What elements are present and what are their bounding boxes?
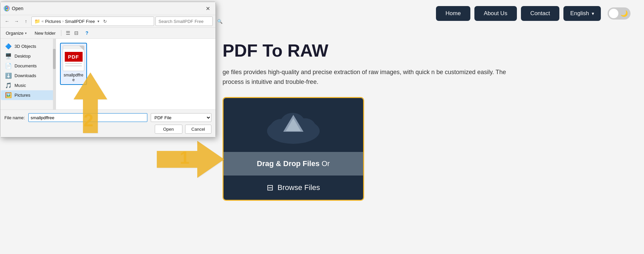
- nav-back-button[interactable]: ←: [3, 17, 11, 25]
- sidebar-item-documents[interactable]: 📄 Documents: [1, 61, 55, 71]
- drag-drop-text: Drag & Drop Files Or: [257, 159, 330, 168]
- svg-marker-7: [157, 141, 224, 178]
- help-button[interactable]: ?: [83, 29, 91, 37]
- home-button[interactable]: Home: [436, 6, 470, 21]
- dialog-body: 🔷 3D Objects 🖥️ Desktop 📄 Documents ⬇️ D…: [0, 39, 215, 109]
- upload-cloud-area: [224, 98, 363, 152]
- sidebar-item-pictures[interactable]: 🖼️ Pictures: [1, 90, 55, 100]
- cloud-icon: [263, 108, 324, 145]
- file-dialog: Open ✕ ← → ↑ 📁 « Pictures › SmallPDF Fre…: [0, 2, 216, 137]
- sidebar-item-desktop[interactable]: 🖥️ Desktop: [1, 51, 55, 61]
- music-icon: 🎵: [5, 82, 12, 89]
- pictures-icon: 🖼️: [5, 92, 12, 98]
- dialog-toolbar: ← → ↑ 📁 « Pictures › SmallPDF Free ▾ ↻ 🔍: [0, 15, 215, 28]
- arrow-2: 2: [74, 72, 107, 133]
- search-input[interactable]: [158, 19, 215, 24]
- nav-up-button[interactable]: ↑: [22, 17, 30, 25]
- search-button[interactable]: 🔍: [217, 19, 223, 24]
- organize-chevron-icon: ▾: [25, 31, 27, 35]
- upload-box[interactable]: Drag & Drop Files Or ⊟ Browse Files: [223, 97, 364, 201]
- dialog-sidebar: 🔷 3D Objects 🖥️ Desktop 📄 Documents ⬇️ D…: [0, 39, 56, 109]
- sidebar-item-music[interactable]: 🎵 Music: [1, 81, 55, 90]
- browse-text: Browse Files: [277, 183, 320, 192]
- upload-browse-section[interactable]: ⊟ Browse Files: [224, 176, 363, 200]
- breadcrumb-dropdown-button[interactable]: ▾: [96, 19, 100, 24]
- svg-point-11: [6, 7, 8, 10]
- dialog-bottom: File name: PDF File Open Cancel: [0, 109, 215, 137]
- page-description: ge files provides high-quality and preci…: [223, 67, 526, 87]
- dialog-buttons-row: Open Cancel: [4, 125, 211, 134]
- breadcrumb-bar: 📁 « Pictures › SmallPDF Free ▾ ↻: [31, 17, 154, 26]
- browse-icon: ⊟: [267, 183, 273, 192]
- nav-forward-button[interactable]: →: [12, 17, 21, 25]
- cancel-button[interactable]: Cancel: [185, 125, 211, 134]
- 3dobjects-icon: 🔷: [5, 43, 12, 50]
- view-icons-group: ☰ ⊟: [64, 29, 80, 37]
- language-button[interactable]: English: [563, 6, 601, 21]
- page-title: PDF To RAW: [223, 40, 624, 61]
- desktop-icon: 🖥️: [5, 53, 12, 59]
- new-folder-button[interactable]: New folder: [32, 30, 58, 37]
- breadcrumb-refresh-button[interactable]: ↻: [103, 19, 107, 24]
- dialog-actionbar: Organize ▾ New folder ☰ ⊟ ?: [0, 28, 215, 39]
- filetype-select[interactable]: PDF File: [151, 113, 211, 122]
- toggle-knob: [609, 9, 618, 18]
- filename-label: File name:: [4, 115, 25, 120]
- about-button[interactable]: About Us: [474, 6, 517, 21]
- folder-icon: 📁: [34, 19, 40, 24]
- arrow-1: 1: [157, 141, 224, 178]
- documents-icon: 📄: [5, 63, 12, 69]
- open-button[interactable]: Open: [155, 125, 182, 134]
- page-content: PDF To RAW ge files provides high-qualit…: [202, 27, 644, 254]
- dialog-close-button[interactable]: ✕: [203, 4, 212, 13]
- view-split-button[interactable]: ⊟: [72, 29, 80, 37]
- pdf-icon: PDF: [63, 45, 84, 71]
- downloads-icon: ⬇️: [5, 72, 12, 79]
- drag-drop-bold: Drag & Drop Files: [257, 159, 320, 168]
- dialog-title: Open: [4, 5, 23, 11]
- upload-area-wrapper: Drag & Drop Files Or ⊟ Browse Files 1: [223, 97, 364, 201]
- search-bar[interactable]: 🔍: [155, 17, 213, 26]
- upload-drag-section[interactable]: Drag & Drop Files Or: [224, 152, 363, 176]
- contact-button[interactable]: Contact: [521, 6, 560, 21]
- sidebar-scroll-track: [53, 39, 56, 109]
- filename-row: File name: PDF File: [4, 113, 211, 122]
- svg-marker-9: [74, 72, 107, 133]
- sidebar-scroll-thumb[interactable]: [53, 49, 56, 69]
- action-separator: [61, 30, 61, 36]
- theme-toggle[interactable]: 🌙: [608, 7, 631, 20]
- moon-icon: 🌙: [620, 10, 628, 17]
- breadcrumb-root: Pictures: [45, 19, 61, 24]
- breadcrumb-child: SmallPDF Free: [65, 19, 95, 24]
- dialog-titlebar: Open ✕: [0, 2, 215, 15]
- chrome-icon: [4, 5, 10, 11]
- sidebar-item-downloads[interactable]: ⬇️ Downloads: [1, 71, 55, 81]
- organize-button[interactable]: Organize ▾: [3, 30, 29, 37]
- sidebar-item-3dobjects[interactable]: 🔷 3D Objects: [1, 41, 55, 51]
- view-toggle-button[interactable]: ☰: [64, 29, 72, 37]
